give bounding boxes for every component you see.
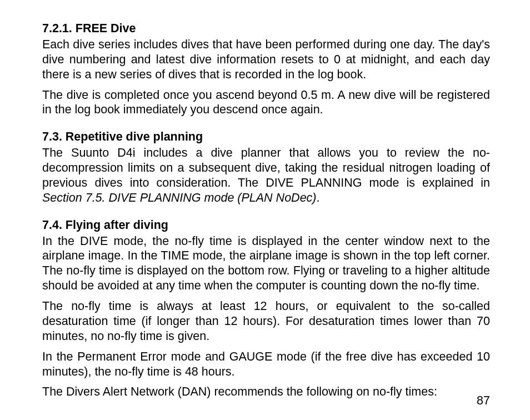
paragraph-7-4-b: The no-fly time is always at least 12 ho…	[42, 299, 490, 344]
paragraph-7-4-a: In the DIVE mode, the no-fly time is dis…	[42, 234, 490, 294]
heading-7-2-1: 7.2.1. FREE Dive	[42, 21, 490, 36]
heading-7-3: 7.3. Repetitive dive planning	[42, 129, 490, 144]
document-page: 7.2.1. FREE Dive Each dive series includ…	[0, 0, 530, 420]
page-number: 87	[477, 394, 490, 408]
paragraph-7-4-c: In the Permanent Error mode and GAUGE mo…	[42, 349, 490, 379]
paragraph-7-2-1-a: Each dive series includes dives that hav…	[42, 37, 490, 82]
text-run: .	[317, 191, 320, 204]
heading-7-4: 7.4. Flying after diving	[42, 218, 490, 233]
paragraph-7-2-1-b: The dive is completed once you ascend be…	[42, 88, 490, 118]
text-run: The Suunto D4i includes a dive planner t…	[42, 146, 490, 189]
section-reference: Section 7.5. DIVE PLANNING mode (PLAN No…	[42, 191, 317, 204]
paragraph-7-3-a: The Suunto D4i includes a dive planner t…	[42, 146, 490, 206]
paragraph-7-4-d: The Divers Alert Network (DAN) recommend…	[42, 384, 490, 399]
